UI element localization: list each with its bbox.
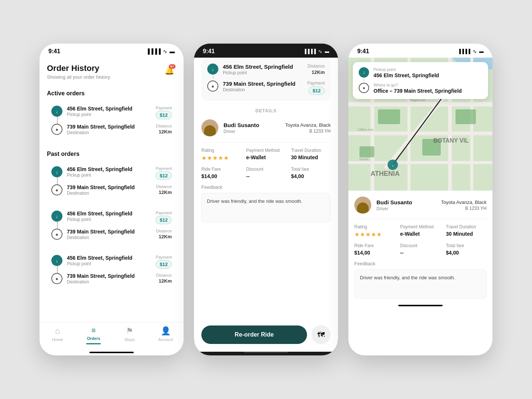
past-order-3-dest-row: ● 739 Main Street, Springfield Destinati… <box>51 273 172 284</box>
active-dest-address: 739 Main Street, Springfield <box>67 124 151 130</box>
past-order-card-2[interactable]: ↓ 456 Elm Street, Springfield Pickup poi… <box>45 205 178 245</box>
notification-bell-button[interactable]: 🔔 9+ <box>162 64 176 78</box>
p3-discount-val: -- <box>400 250 441 256</box>
past-order-3-pickup-info: 456 Elm Street, Springfield Pickup point <box>67 255 151 266</box>
driver-avatar <box>201 119 218 136</box>
reorder-ride-button[interactable]: Re-order Ride <box>201 325 307 344</box>
past-pickup-address-2: 456 Elm Street, Springfield <box>67 211 151 216</box>
rating-label: Rating <box>201 148 241 153</box>
stops-icon: ⚑ <box>126 326 133 336</box>
svg-rect-8 <box>378 109 400 124</box>
p3-total-fare-val: $4,00 <box>446 250 487 256</box>
travel-duration-label: Travel Duration <box>291 148 331 153</box>
p3-vehicle: Toyota Avanza, Black <box>441 200 487 205</box>
svg-rect-10 <box>359 146 374 157</box>
p3-dest-address: Office – 739 Main Street, Springfield <box>374 88 462 94</box>
driver-text: Budi Susanto Driver <box>224 122 280 134</box>
p3-payment-method-label: Payment Method <box>400 224 441 229</box>
p3-avatar-body <box>357 202 369 214</box>
trip-location-card: ↓ 456 Elm Street, Springfield Pickup poi… <box>201 58 331 101</box>
status-bar-1: 9:41 ▐▐▐▐ ∿ ▬ <box>40 44 184 58</box>
past-dest-icon-2: ● <box>51 229 62 240</box>
p3-pickup-icon: ↓ <box>359 67 369 78</box>
past-distance-val-1: 12Km <box>156 190 172 195</box>
past-distance-meta-3: Distance 12Km <box>156 273 172 284</box>
status-bar-3: 9:41 ▐▐▐▐ ∿ ▬ <box>348 44 492 58</box>
p3-stat-total-fare: Total fare $4,00 <box>446 243 487 256</box>
ride-fare-val: $14,00 <box>201 173 241 179</box>
past-order-card-1[interactable]: ↓ 456 Elm Street, Springfield Pickup poi… <box>45 161 178 201</box>
trip-pickup-icon: ↓ <box>207 64 218 75</box>
wifi-icon-3: ∿ <box>473 48 477 54</box>
payment-method-label: Payment Method <box>246 148 286 153</box>
nav-orders[interactable]: ≡ Orders <box>76 326 112 344</box>
battery-icon-2: ▬ <box>325 49 329 54</box>
p3-travel-duration-val: 30 Minuted <box>446 231 487 237</box>
trip-distance-label: Distance <box>307 64 325 69</box>
pickup-icon: ↓ <box>51 106 62 117</box>
dest-icon: ● <box>51 124 62 135</box>
distance-label: Distance <box>156 124 172 128</box>
past-payment-meta-1: Payment $12 <box>156 166 172 180</box>
past-distance-label-2: Distance <box>156 229 172 233</box>
p3-detail-panel: Budi Susanto Driver Toyota Avanza, Black… <box>348 191 492 305</box>
status-icons-2: ▐▐▐▐ ∿ ▬ <box>303 48 329 54</box>
payment-method-val: e-Wallet <box>246 154 286 160</box>
p3-dest-row: ● Where to go? Office – 739 Main Street,… <box>359 83 482 94</box>
orders-icon: ≡ <box>91 326 96 335</box>
trip-payment-meta: Payment $12 <box>307 81 325 95</box>
p3-ride-fare-val: $14,00 <box>354 250 395 256</box>
past-pickup-icon-2: ↓ <box>51 211 62 222</box>
wifi-icon-2: ∿ <box>318 48 323 54</box>
details-section-heading: DETAILS <box>201 108 331 113</box>
past-payment-badge-1: $12 <box>156 171 172 180</box>
active-dest-type: Destination <box>67 130 151 135</box>
stat-rating: Rating ★★★★★ <box>201 148 241 161</box>
p3-dest-info: Where to go? Office – 739 Main Street, S… <box>374 83 462 94</box>
driver-vehicle-info: Toyota Avanza, Black B 1233 YH <box>285 122 331 134</box>
p3-rating-stars: ★★★★★ <box>354 231 395 238</box>
nav-account[interactable]: 👤 Account <box>148 326 184 344</box>
active-order-card-1[interactable]: ↓ 456 Elm Street, Springfield Pickup poi… <box>45 100 178 140</box>
past-dest-address-3: 739 Main Street, Springfield <box>67 273 151 279</box>
order-history-header: Order History Showing all your order his… <box>40 58 184 84</box>
p3-discount-label: Discount <box>400 243 441 248</box>
past-order-3-dest-info: 739 Main Street, Springfield Destination <box>67 273 151 284</box>
wifi-icon-1: ∿ <box>163 48 167 54</box>
stat-travel-duration: Travel Duration 30 Minuted <box>291 148 331 161</box>
feedback-section-label: Feedback <box>201 184 331 190</box>
nav-stops-label: Stops <box>125 337 135 342</box>
rating-stars: ★★★★★ <box>201 154 241 161</box>
active-payment-meta: Payment $12 <box>156 106 172 119</box>
order-list-body: Active orders ↓ 456 Elm Street, Springfi… <box>40 84 184 322</box>
p3-travel-duration-label: Travel Duration <box>446 224 487 229</box>
past-dest-address-1: 739 Main Street, Springfield <box>67 184 151 190</box>
trip-stats-grid: Rating ★★★★★ Payment Method e-Wallet Tra… <box>201 148 331 179</box>
nav-home[interactable]: ⌂ Home <box>40 326 76 344</box>
past-pickup-type-3: Pickup point <box>67 261 151 266</box>
nav-stops[interactable]: ⚑ Stops <box>112 326 148 344</box>
p3-feedback-label: Feedback <box>354 261 487 266</box>
p3-pickup-label: Pickup point <box>374 67 439 72</box>
past-pickup-address-3: 456 Elm Street, Springfield <box>67 255 151 261</box>
past-order-card-3[interactable]: ↓ 456 Elm Street, Springfield Pickup poi… <box>45 250 178 290</box>
active-order-dest-row: ● 739 Main Street, Springfield Destinati… <box>51 124 172 135</box>
past-order-2-dest-info: 739 Main Street, Springfield Destination <box>67 229 151 240</box>
p3-driver-avatar <box>354 197 371 214</box>
map-area[interactable]: Piaget Ave Clifton Ave Paulis... ↓ 46 20… <box>348 58 492 191</box>
past-distance-label-3: Distance <box>156 273 172 277</box>
distance-value: 12Km <box>156 129 172 134</box>
trip-pickup-row: ↓ 456 Elm Street, Springfield Pickup poi… <box>207 64 325 75</box>
nav-orders-label: Orders <box>87 336 100 341</box>
p3-dest-icon: ● <box>359 83 369 93</box>
stat-discount: Discount -- <box>246 167 286 179</box>
p3-stat-discount: Discount -- <box>400 243 441 256</box>
p3-driver-text: Budi Susanto Driver <box>376 199 436 211</box>
map-toggle-button[interactable]: 🗺 <box>311 325 331 344</box>
svg-text:Paulis...: Paulis... <box>359 157 371 161</box>
trip-pickup-address: 456 Elm Street, Springfield <box>223 64 303 70</box>
past-payment-label-1: Payment <box>156 166 172 171</box>
past-order-1-dest-row: ● 739 Main Street, Springfield Destinati… <box>51 184 172 196</box>
p3-dest-label: Where to go? <box>374 83 462 87</box>
past-payment-meta-3: Payment $12 <box>156 255 172 269</box>
